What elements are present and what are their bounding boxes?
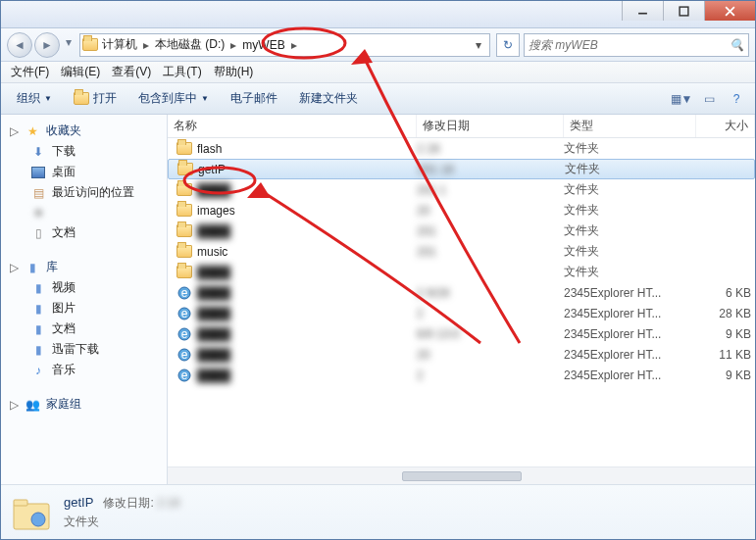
file-row[interactable]: flash2 28文件夹 — [168, 138, 755, 159]
sidebar-item-documents[interactable]: ▯文档 — [1, 222, 167, 243]
file-row[interactable]: images20文件夹 — [168, 200, 755, 221]
chevron-right-icon[interactable]: ▸ — [141, 38, 151, 52]
file-row[interactable]: ████201文件夹 — [168, 221, 755, 241]
file-row[interactable]: ████ 文件夹 — [168, 262, 755, 282]
search-icon[interactable]: 🔍 — [730, 38, 744, 52]
chevron-right-icon[interactable]: ▸ — [289, 38, 299, 52]
sidebar-homegroup[interactable]: ▷👥家庭组 — [1, 394, 167, 415]
column-name[interactable]: 名称 — [168, 115, 417, 137]
svg-text:e: e — [181, 368, 188, 382]
file-row[interactable]: e████ 6/9 13:02345Explorer HT...9 KB — [168, 323, 755, 344]
file-type: 文件夹 — [565, 161, 697, 177]
minimize-button[interactable] — [622, 1, 663, 21]
sidebar-item-desktop[interactable]: 桌面 — [1, 162, 167, 182]
open-button[interactable]: 打开 — [64, 87, 126, 110]
sidebar: ▷★收藏夹 ⬇下载 桌面 ▤最近访问的位置 ■ ▯文档 ▷▮库 ▮视频 ▮图片 … — [1, 115, 168, 484]
ie-icon: e — [176, 346, 193, 364]
file-type: 文件夹 — [564, 243, 696, 260]
file-row[interactable]: e████202345Explorer HT...11 KB — [168, 344, 755, 365]
file-list: 名称 修改日期 类型 大小 flash2 28文件夹getIP201 18文件夹… — [168, 115, 755, 484]
sidebar-item-pictures[interactable]: ▮图片 — [1, 298, 167, 319]
help-button[interactable]: ? — [724, 88, 749, 110]
forward-button[interactable]: ► — [34, 32, 60, 58]
back-button[interactable]: ◄ — [7, 32, 32, 58]
sidebar-favorites[interactable]: ▷★收藏夹 — [1, 121, 167, 141]
menu-edit[interactable]: 编辑(E) — [55, 62, 106, 82]
file-name: ████ — [197, 266, 417, 279]
folder-icon — [176, 140, 193, 158]
file-type: 文件夹 — [564, 140, 696, 157]
file-row[interactable]: e████22345Explorer HT...9 KB — [168, 365, 755, 385]
email-button[interactable]: 电子邮件 — [221, 87, 287, 110]
close-button[interactable] — [704, 1, 755, 21]
column-type[interactable]: 类型 — [564, 115, 696, 137]
file-date: 2 — [417, 307, 564, 320]
svg-text:e: e — [181, 307, 188, 320]
breadcrumb-part[interactable]: myWEB — [238, 38, 288, 52]
ie-icon: e — [176, 284, 193, 302]
menu-file[interactable]: 文件(F) — [5, 62, 55, 82]
address-row: ◄ ► ▾ 计算机 ▸ 本地磁盘 (D:) ▸ myWEB ▸ ▾ ↻ 🔍 — [1, 28, 755, 62]
desktop-icon — [30, 165, 46, 180]
file-date: 201 — [417, 224, 564, 238]
svg-rect-1 — [680, 7, 688, 16]
organize-button[interactable]: 组织 ▼ — [7, 87, 62, 110]
column-date[interactable]: 修改日期 — [417, 115, 564, 137]
sidebar-item-thunder[interactable]: ▮迅雷下载 — [1, 339, 167, 360]
preview-pane-button[interactable]: ▭ — [696, 88, 722, 110]
file-size: 28 KB — [696, 307, 751, 320]
address-dropdown[interactable]: ▾ — [470, 38, 487, 52]
file-size: 6 KB — [696, 286, 751, 300]
file-date: 201 1 — [417, 183, 564, 197]
document-icon: ▮ — [30, 321, 46, 337]
file-name: ████ — [197, 307, 417, 320]
folder-icon — [176, 181, 193, 199]
sidebar-item-recent[interactable]: ▤最近访问的位置 — [1, 182, 167, 203]
sidebar-item-videos[interactable]: ▮视频 — [1, 277, 167, 298]
toolbar: 组织 ▼ 打开 包含到库中 ▼ 电子邮件 新建文件夹 ▦ ▼ ▭ ? — [1, 83, 755, 115]
breadcrumb-part[interactable]: 计算机 — [98, 36, 141, 53]
horizontal-scrollbar[interactable] — [168, 466, 755, 484]
column-size[interactable]: 大小 — [696, 115, 755, 137]
chevron-right-icon[interactable]: ▸ — [228, 38, 238, 52]
nav-history-dropdown[interactable]: ▾ — [62, 32, 76, 52]
svg-point-16 — [31, 513, 45, 526]
file-row[interactable]: getIP201 18文件夹 — [168, 159, 755, 179]
file-row[interactable]: ████201 1文件夹 — [168, 179, 755, 200]
include-button[interactable]: 包含到库中 ▼ — [128, 87, 219, 110]
file-date: 2 — [417, 368, 564, 382]
refresh-button[interactable]: ↻ — [496, 33, 520, 57]
folder-icon — [176, 264, 193, 281]
breadcrumb-part[interactable]: 本地磁盘 (D:) — [151, 36, 228, 53]
svg-text:e: e — [181, 327, 188, 341]
details-meta-value: 2:18 — [157, 496, 179, 510]
sidebar-item-music[interactable]: ♪音乐 — [1, 360, 167, 380]
sidebar-item-obscured[interactable]: ■ — [1, 203, 167, 222]
maximize-button[interactable] — [663, 1, 704, 21]
file-date: 20 — [417, 348, 564, 362]
details-title: getIP — [64, 495, 93, 510]
document-icon: ▯ — [30, 225, 46, 241]
search-input[interactable] — [529, 38, 730, 52]
menu-tools[interactable]: 工具(T) — [157, 62, 207, 82]
sidebar-item-downloads[interactable]: ⬇下载 — [1, 141, 167, 162]
view-mode-button[interactable]: ▦ ▼ — [669, 88, 694, 110]
file-date: 6/9 13:0 — [417, 327, 564, 341]
sidebar-item-docs[interactable]: ▮文档 — [1, 319, 167, 339]
sidebar-libraries[interactable]: ▷▮库 — [1, 257, 167, 277]
picture-icon: ▮ — [30, 301, 46, 317]
file-date: 2 28 — [417, 142, 564, 156]
search-box[interactable]: 🔍 — [524, 33, 749, 57]
folder-icon — [176, 243, 193, 261]
file-row[interactable]: e████22345Explorer HT...28 KB — [168, 303, 755, 323]
newfolder-button[interactable]: 新建文件夹 — [289, 87, 368, 110]
file-name: ████ — [197, 327, 417, 341]
file-row[interactable]: music201文件夹 — [168, 241, 755, 262]
menu-help[interactable]: 帮助(H) — [208, 62, 260, 82]
menu-view[interactable]: 查看(V) — [106, 62, 157, 82]
music-icon: ♪ — [30, 363, 46, 378]
column-headers: 名称 修改日期 类型 大小 — [168, 115, 755, 138]
file-row[interactable]: e████2 9/282345Explorer HT...6 KB — [168, 282, 755, 303]
address-bar[interactable]: 计算机 ▸ 本地磁盘 (D:) ▸ myWEB ▸ ▾ — [79, 33, 490, 57]
file-type: 2345Explorer HT... — [564, 307, 696, 320]
